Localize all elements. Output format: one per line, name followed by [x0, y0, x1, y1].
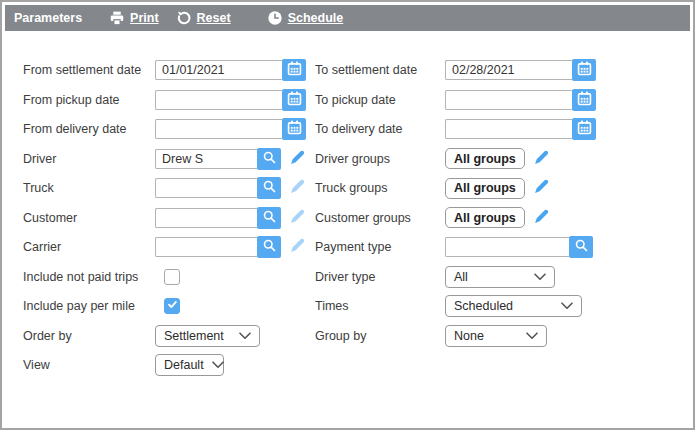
from-pickup-date-input[interactable] — [155, 90, 282, 110]
calendar-icon — [577, 120, 592, 138]
row-pickup-dates: From pickup date To pickup date — [2, 89, 693, 111]
calendar-icon — [287, 91, 302, 109]
from-delivery-date-calendar-button[interactable] — [282, 118, 306, 140]
driver-edit-button[interactable] — [289, 149, 306, 169]
driver-groups-label: Driver groups — [315, 148, 390, 170]
customer-search-button[interactable] — [257, 207, 281, 229]
pencil-icon — [289, 178, 306, 198]
pencil-icon — [289, 237, 306, 257]
customer-input[interactable] — [155, 208, 257, 228]
carrier-edit-button-disabled[interactable] — [289, 237, 306, 257]
group-by-select[interactable]: None — [445, 325, 547, 347]
from-settlement-date-label: From settlement date — [23, 59, 141, 81]
from-pickup-date-calendar-button[interactable] — [282, 89, 306, 111]
order-by-value: Settlement — [164, 329, 224, 343]
to-pickup-date-input[interactable] — [445, 90, 572, 110]
row-not-paid-trips: Include not paid trips Driver type All — [2, 266, 693, 288]
order-by-label: Order by — [23, 325, 72, 347]
customer-label: Customer — [23, 207, 77, 229]
to-settlement-date-label: To settlement date — [315, 59, 417, 81]
view-value: Default — [164, 358, 204, 372]
search-icon — [262, 238, 277, 256]
driver-search-button[interactable] — [257, 148, 281, 170]
times-select[interactable]: Scheduled — [445, 295, 582, 317]
view-label: View — [23, 354, 50, 376]
carrier-input[interactable] — [155, 237, 257, 257]
payment-type-input[interactable] — [445, 237, 569, 257]
truck-label: Truck — [23, 177, 54, 199]
order-by-select[interactable]: Settlement — [155, 325, 260, 347]
calendar-icon — [287, 120, 302, 138]
row-truck: Truck Truck groups All groups — [2, 177, 693, 199]
row-pay-per-mile: Include pay per mile Times Scheduled — [2, 295, 693, 317]
from-delivery-date-input[interactable] — [155, 119, 282, 139]
search-icon — [574, 238, 589, 256]
search-icon — [262, 150, 277, 168]
from-delivery-date-label: From delivery date — [23, 118, 127, 140]
include-not-paid-trips-checkbox[interactable] — [164, 269, 180, 285]
to-pickup-date-label: To pickup date — [315, 89, 396, 111]
to-delivery-date-label: To delivery date — [315, 118, 403, 140]
customer-edit-button-disabled[interactable] — [289, 208, 306, 228]
row-carrier: Carrier Payment type — [2, 236, 693, 258]
pencil-icon — [533, 208, 550, 228]
calendar-icon — [577, 61, 592, 79]
to-delivery-date-calendar-button[interactable] — [572, 118, 596, 140]
pencil-icon — [289, 149, 306, 169]
group-by-value: None — [454, 329, 484, 343]
chevron-down-icon — [212, 361, 224, 369]
payment-type-label: Payment type — [315, 236, 391, 258]
driver-groups-button[interactable]: All groups — [445, 148, 525, 169]
driver-input[interactable] — [155, 149, 257, 169]
parameters-form: From settlement date To settlement date … — [2, 2, 693, 428]
truck-groups-button[interactable]: All groups — [445, 178, 525, 199]
truck-groups-edit-button[interactable] — [533, 178, 550, 198]
pencil-icon — [289, 208, 306, 228]
driver-type-value: All — [454, 270, 468, 284]
to-settlement-date-calendar-button[interactable] — [572, 59, 596, 81]
include-pay-per-mile-checkbox[interactable] — [164, 298, 180, 314]
search-icon — [262, 179, 277, 197]
truck-edit-button-disabled[interactable] — [289, 178, 306, 198]
to-delivery-date-input[interactable] — [445, 119, 572, 139]
chevron-down-icon — [526, 332, 538, 340]
chevron-down-icon — [561, 302, 573, 310]
truck-groups-label: Truck groups — [315, 177, 387, 199]
from-settlement-date-input[interactable] — [155, 60, 282, 80]
chevron-down-icon — [534, 273, 546, 281]
from-pickup-date-label: From pickup date — [23, 89, 120, 111]
row-customer: Customer Customer groups All groups — [2, 207, 693, 229]
include-pay-per-mile-label: Include pay per mile — [23, 295, 135, 317]
chevron-down-icon — [239, 332, 251, 340]
search-icon — [262, 209, 277, 227]
customer-groups-button[interactable]: All groups — [445, 207, 525, 228]
driver-label: Driver — [23, 148, 56, 170]
to-pickup-date-calendar-button[interactable] — [572, 89, 596, 111]
customer-groups-edit-button[interactable] — [533, 208, 550, 228]
row-settlement-dates: From settlement date To settlement date — [2, 59, 693, 81]
truck-input[interactable] — [155, 178, 257, 198]
calendar-icon — [287, 61, 302, 79]
driver-groups-edit-button[interactable] — [533, 149, 550, 169]
view-select[interactable]: Default — [155, 354, 224, 376]
check-icon — [167, 299, 178, 313]
parameters-panel: Parameters Print Reset — [0, 0, 695, 430]
customer-groups-label: Customer groups — [315, 207, 411, 229]
from-settlement-date-calendar-button[interactable] — [282, 59, 306, 81]
truck-search-button[interactable] — [257, 177, 281, 199]
driver-type-label: Driver type — [315, 266, 375, 288]
calendar-icon — [577, 91, 592, 109]
pencil-icon — [533, 178, 550, 198]
carrier-search-button[interactable] — [257, 236, 281, 258]
driver-type-select[interactable]: All — [445, 266, 555, 288]
pencil-icon — [533, 149, 550, 169]
times-label: Times — [315, 295, 349, 317]
group-by-label: Group by — [315, 325, 366, 347]
include-not-paid-trips-label: Include not paid trips — [23, 266, 138, 288]
to-settlement-date-input[interactable] — [445, 60, 572, 80]
payment-type-search-button[interactable] — [569, 236, 593, 258]
row-order-by: Order by Settlement Group by None — [2, 325, 693, 347]
row-driver: Driver Driver groups All groups — [2, 148, 693, 170]
times-value: Scheduled — [454, 299, 513, 313]
row-view: View Default — [2, 354, 693, 376]
